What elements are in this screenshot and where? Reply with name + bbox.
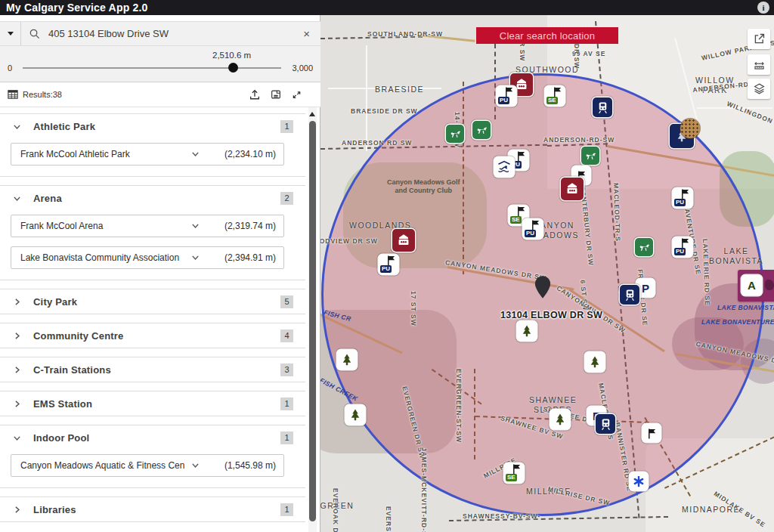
scrollbar-thumb[interactable] (309, 121, 316, 521)
pu-flag-marker[interactable]: PU (497, 86, 516, 106)
off-leash-area-marker[interactable] (581, 147, 599, 165)
count-badge: 1 (280, 120, 293, 133)
app-title-bar: My Calgary Service App 2.0 i (0, 0, 774, 15)
off-leash-area-marker[interactable] (635, 238, 653, 256)
share-icon (753, 32, 766, 45)
results-toolbar: Results:38 (0, 82, 320, 107)
accordion-header[interactable]: Arena2 (0, 186, 305, 210)
park-marker[interactable] (585, 352, 605, 372)
category-label: C-Train Stations (33, 364, 111, 376)
facility-distance: (2,319.74 m) (206, 221, 276, 231)
community-centre-marker[interactable] (561, 178, 584, 200)
search-input[interactable] (47, 27, 300, 40)
off-leash-area-marker[interactable] (446, 125, 464, 143)
accordion-header[interactable]: C-Train Stations3 (0, 357, 305, 382)
slider-thumb[interactable] (228, 63, 238, 73)
slider-track[interactable] (23, 67, 281, 69)
park-marker[interactable] (337, 350, 357, 370)
info-icon[interactable]: i (757, 2, 769, 14)
result-item[interactable]: Frank McCool Arena(2,319.74 m) (11, 215, 284, 237)
se-flag-marker[interactable]: SE (545, 86, 565, 106)
pu-flag-marker[interactable]: PU (523, 219, 543, 239)
flag-marker[interactable] (642, 424, 661, 442)
result-item[interactable]: Frank McCool Athletic Park(2,234.10 m) (11, 143, 284, 165)
category-label: Athletic Park (33, 121, 95, 132)
layers-button[interactable] (748, 79, 770, 99)
park-marker[interactable] (345, 405, 365, 425)
map-label: EVEROAK DR S (332, 488, 339, 532)
export-table-icon[interactable] (270, 88, 282, 101)
se-flag-marker[interactable]: SE (504, 463, 524, 483)
map-label: BRAESIDE (375, 85, 424, 94)
map-label: Canyon Meadows Golf and Country Club (387, 178, 460, 195)
category-label: Arena (33, 193, 62, 204)
cluster-dot-sphere (680, 119, 700, 138)
chevron-down-icon (12, 122, 22, 131)
distance-slider[interactable]: 2,510.6 m (23, 60, 281, 76)
pu-flag-marker[interactable]: PU (673, 237, 692, 257)
ctrain-station-marker[interactable] (620, 285, 639, 305)
result-item[interactable]: Lake Bonavista Community Association(2,3… (11, 246, 284, 269)
accordion-header[interactable]: Indoor Pool1 (0, 425, 305, 450)
ctrain-station-marker[interactable] (593, 97, 612, 117)
map-label: ANDERSON-RD-SW (543, 136, 615, 144)
distance-slider-row: 0 2,510.6 m 3,000 (0, 46, 320, 82)
expand-icon[interactable] (291, 89, 302, 101)
search-source-dropdown[interactable] (0, 22, 21, 45)
share-map-button[interactable] (748, 29, 770, 49)
accordion-header[interactable]: Athletic Park1 (0, 114, 305, 138)
pu-flag-marker[interactable]: PU (379, 255, 398, 274)
park-marker[interactable] (517, 321, 537, 341)
clear-search-icon[interactable]: × (300, 27, 313, 40)
table-icon (8, 89, 18, 100)
library-marker[interactable]: A (738, 270, 774, 302)
map-label: BRAESIDE DR SW (351, 107, 418, 115)
app-window: My Calgary Service App 2.0 i × 0 2,510.6… (0, 0, 774, 532)
accordion-header[interactable]: Libraries1 (0, 497, 305, 521)
chevron-right-icon (12, 505, 22, 515)
search-location-pin[interactable] (534, 276, 551, 302)
accordion-header[interactable]: Community Centre4 (0, 323, 305, 348)
measure-button[interactable] (748, 54, 770, 75)
slider-max-label: 3,000 (292, 63, 313, 73)
map-label: JAMES-MCKEVITT-RD-SW (420, 447, 428, 532)
ems-station-marker[interactable] (630, 472, 648, 490)
chevron-down-icon (12, 193, 22, 203)
park-marker[interactable] (550, 410, 570, 429)
chevron-down-icon (190, 460, 200, 472)
category-label: Community Centre (33, 330, 124, 342)
map-label: SOUTHLAND-DR-SW (367, 30, 443, 38)
map-label: EVERST (385, 506, 392, 532)
indoor-pool-marker[interactable] (494, 157, 514, 177)
accordion-header[interactable]: City Park5 (0, 289, 305, 314)
clear-search-location-button[interactable]: Clear search location (476, 27, 618, 44)
accordion-group: Community Centre4 (0, 323, 305, 348)
accordion-group: Athletic Park1Frank McCool Athletic Park… (0, 113, 305, 177)
count-badge: 1 (280, 397, 293, 410)
chevron-down-icon (190, 252, 200, 264)
map-canvas[interactable]: SOUTHLAND-DR-SW99 AV SEWILLOW PARK DR SE… (320, 15, 774, 532)
facility-distance: (2,234.10 m) (206, 149, 276, 159)
map-label: 13104 ELBOW DR SW (500, 310, 602, 321)
off-leash-area-marker[interactable] (472, 121, 491, 139)
map-label: SHAWNESSY-BV-SW- (463, 512, 540, 520)
count-badge: 5 (280, 295, 293, 308)
results-count: Results:38 (23, 90, 62, 99)
panel-scrollbar[interactable] (308, 107, 317, 532)
result-item[interactable]: Canyon Meadows Aquatic & Fitness Centre(… (11, 454, 284, 477)
count-badge: 3 (280, 363, 293, 376)
facility-cluster-marker[interactable] (670, 124, 694, 148)
scroll-up-arrow-icon[interactable] (309, 112, 315, 116)
chevron-right-icon (12, 365, 22, 375)
pu-flag-marker[interactable]: PU (673, 188, 692, 208)
layers-icon (753, 82, 766, 95)
chevron-down-icon (190, 221, 200, 232)
accordion-header[interactable]: EMS Station1 (0, 391, 305, 416)
facility-name: Lake Bonavista Community Association (20, 252, 184, 263)
search-box[interactable]: × (21, 22, 320, 45)
ctrain-station-marker[interactable] (596, 414, 615, 434)
upload-icon[interactable] (249, 88, 261, 101)
community-centre-marker[interactable] (392, 229, 415, 252)
accordion-group: Indoor Pool1Canyon Meadows Aquatic & Fit… (0, 425, 305, 488)
chevron-down-icon (8, 32, 14, 36)
